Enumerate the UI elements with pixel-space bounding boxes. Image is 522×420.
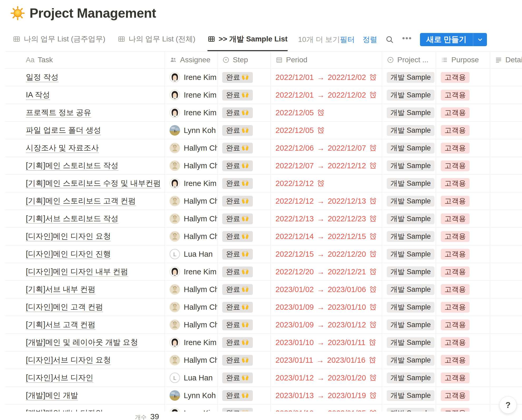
project-cell[interactable]: 개발 Sample <box>382 192 436 210</box>
task-cell[interactable]: [디자인]서브 디자인 요청 <box>5 351 165 369</box>
task-title-link[interactable]: [기획]메인 스토리보드 고객 컨펌 <box>26 196 136 206</box>
period-cell[interactable]: 2022/12/01 → 2022/12/02 <box>271 69 382 86</box>
detail-cell[interactable] <box>490 69 522 86</box>
task-title-link[interactable]: [개발]메인 개발 <box>26 390 78 401</box>
detail-cell[interactable] <box>490 334 522 351</box>
step-cell[interactable]: 완료 <box>217 192 271 210</box>
period-cell[interactable]: 2022/12/06 → 2022/12/07 <box>271 139 382 157</box>
project-cell[interactable]: 개발 Sample <box>382 369 436 386</box>
detail-cell[interactable] <box>490 86 522 104</box>
task-title-link[interactable]: [기획]메인 스토리보드 작성 <box>26 160 118 171</box>
assignee-cell[interactable]: Irene Kim <box>165 175 217 192</box>
assignee-cell[interactable]: Irene Kim <box>165 263 217 280</box>
period-cell[interactable]: 2023/01/13 → 2023/01/19 <box>271 387 382 404</box>
new-entry-button[interactable]: 새로 만들기 <box>420 33 487 46</box>
tab-dev-sample-list[interactable]: >> 개발 Sample List <box>207 28 287 51</box>
project-cell[interactable]: 개발 Sample <box>382 245 436 263</box>
purpose-cell[interactable]: 고객용 <box>436 139 490 157</box>
period-cell[interactable]: 2022/12/14 → 2022/12/15 <box>271 228 382 245</box>
purpose-cell[interactable]: 고객용 <box>436 192 490 210</box>
sort-button[interactable]: 정렬 <box>362 35 377 45</box>
task-cell[interactable]: [디자인]메인 고객 컨펌 <box>5 298 165 316</box>
step-cell[interactable]: 완료 <box>217 228 271 245</box>
project-cell[interactable]: 개발 Sample <box>382 104 436 121</box>
step-cell[interactable]: 완료 <box>217 104 271 121</box>
task-title-link[interactable]: [기획]메인 스토리보드 수정 및 내부컨펌 <box>26 178 161 189</box>
detail-cell[interactable] <box>490 281 522 298</box>
task-title-link[interactable]: [디자인]서브 디자인 <box>26 373 93 383</box>
project-cell[interactable]: 개발 Sample <box>382 281 436 298</box>
period-cell[interactable]: 2023/01/19 → 2023/01/25 <box>271 404 382 412</box>
step-cell[interactable]: 완료 <box>217 281 271 298</box>
period-cell[interactable]: 2022/12/20 → 2022/12/21 <box>271 263 382 280</box>
assignee-cell[interactable]: Lynn Koh <box>165 122 217 139</box>
project-cell[interactable]: 개발 Sample <box>382 387 436 404</box>
tab-my-task-list-week[interactable]: 나의 업무 List (금주업무) <box>13 28 105 51</box>
purpose-cell[interactable]: 고객용 <box>436 210 490 227</box>
column-header-assignee[interactable]: Assignee <box>165 51 217 68</box>
step-cell[interactable]: 완료 <box>217 69 271 86</box>
purpose-cell[interactable]: 고객용 <box>436 86 490 104</box>
assignee-cell[interactable]: Hallym Ch <box>165 298 217 316</box>
task-title-link[interactable]: 프로젝트 정보 공유 <box>26 107 91 118</box>
step-cell[interactable]: 완료 <box>217 210 271 227</box>
detail-cell[interactable] <box>490 122 522 139</box>
column-header-project[interactable]: Project ... <box>382 51 436 68</box>
column-header-step[interactable]: Step <box>217 51 271 68</box>
project-cell[interactable]: 개발 Sample <box>382 122 436 139</box>
detail-cell[interactable] <box>490 316 522 333</box>
purpose-cell[interactable]: 고객용 <box>436 245 490 263</box>
project-cell[interactable]: 개발 Sample <box>382 210 436 227</box>
project-cell[interactable]: 개발 Sample <box>382 404 436 412</box>
task-cell[interactable]: 일정 작성 <box>5 69 165 86</box>
task-title-link[interactable]: [디자인]메인 디자인 내부 컨펌 <box>26 266 128 277</box>
detail-cell[interactable] <box>490 210 522 227</box>
purpose-cell[interactable]: 고객용 <box>436 122 490 139</box>
task-cell[interactable]: [개발]메인 개발 <box>5 387 165 404</box>
period-cell[interactable]: 2022/12/15 → 2022/12/20 <box>271 245 382 263</box>
task-title-link[interactable]: 파일 업로드 폴더 생성 <box>26 125 101 136</box>
project-cell[interactable]: 개발 Sample <box>382 263 436 280</box>
step-cell[interactable]: 완료 <box>217 334 271 351</box>
period-cell[interactable]: 2022/12/05 <box>271 104 382 121</box>
assignee-cell[interactable]: Irene Kim <box>165 69 217 86</box>
assignee-cell[interactable]: Lynn Koh <box>165 387 217 404</box>
period-cell[interactable]: 2022/12/12 <box>271 175 382 192</box>
task-cell[interactable]: 프로젝트 정보 공유 <box>5 104 165 121</box>
assignee-cell[interactable]: Irene Kim <box>165 404 217 412</box>
detail-cell[interactable] <box>490 298 522 316</box>
task-cell[interactable]: 시장조사 및 자료조사 <box>5 139 165 157</box>
assignee-cell[interactable]: Hallym Ch <box>165 157 217 174</box>
project-cell[interactable]: 개발 Sample <box>382 139 436 157</box>
purpose-cell[interactable]: 고객용 <box>436 387 490 404</box>
task-cell[interactable]: [기획]메인 스토리보드 고객 컨펌 <box>5 192 165 210</box>
task-title-link[interactable]: IA 작성 <box>26 90 50 100</box>
assignee-cell[interactable]: Hallym Ch <box>165 316 217 333</box>
project-cell[interactable]: 개발 Sample <box>382 228 436 245</box>
step-cell[interactable]: 완료 <box>217 157 271 174</box>
purpose-cell[interactable]: 고객용 <box>436 228 490 245</box>
task-cell[interactable]: [디자인]메인 디자인 내부 컨펌 <box>5 263 165 280</box>
step-cell[interactable]: 완료 <box>217 351 271 369</box>
step-cell[interactable]: 완료 <box>217 263 271 280</box>
assignee-cell[interactable]: Irene Kim <box>165 104 217 121</box>
period-cell[interactable]: 2022/12/12 → 2022/12/13 <box>271 192 382 210</box>
project-cell[interactable]: 개발 Sample <box>382 334 436 351</box>
step-cell[interactable]: 완료 <box>217 175 271 192</box>
task-title-link[interactable]: 일정 작성 <box>26 72 59 83</box>
purpose-cell[interactable]: 고객용 <box>436 281 490 298</box>
more-options-icon[interactable]: ••• <box>402 34 412 45</box>
detail-cell[interactable] <box>490 351 522 369</box>
task-cell[interactable]: [기획]메인 스토리보드 작성 <box>5 157 165 174</box>
step-cell[interactable]: 완료 <box>217 316 271 333</box>
assignee-cell[interactable]: Hallym Ch <box>165 281 217 298</box>
detail-cell[interactable] <box>490 245 522 263</box>
step-cell[interactable]: 완료 <box>217 369 271 386</box>
task-title-link[interactable]: [개발]메인 및 레이아웃 개발 요청 <box>26 337 138 348</box>
assignee-cell[interactable]: Irene Kim <box>165 86 217 104</box>
detail-cell[interactable] <box>490 263 522 280</box>
detail-cell[interactable] <box>490 157 522 174</box>
detail-cell[interactable] <box>490 192 522 210</box>
new-entry-label[interactable]: 새로 만들기 <box>420 33 473 46</box>
period-cell[interactable]: 2023/01/10 → 2023/01/11 <box>271 334 382 351</box>
